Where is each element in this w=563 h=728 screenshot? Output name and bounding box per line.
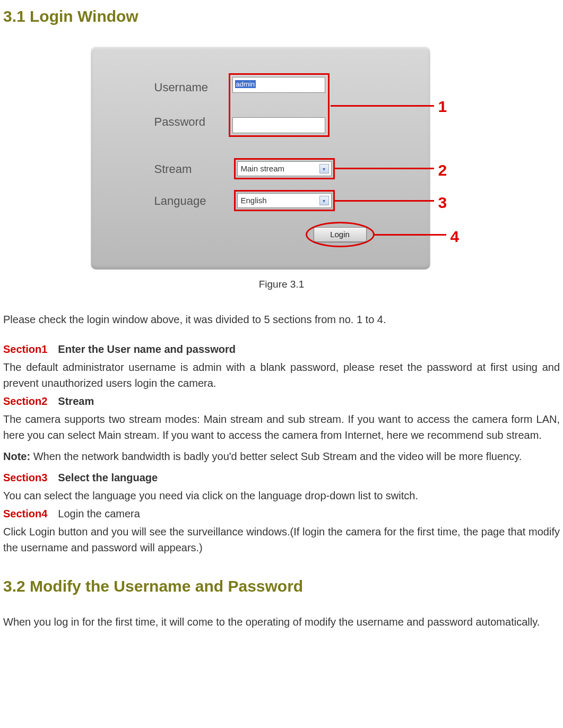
section2-label: Section2 bbox=[3, 395, 47, 407]
callout-line-1 bbox=[331, 105, 434, 107]
credentials-highlight-box: admin bbox=[229, 73, 330, 137]
section3-title: Select the language bbox=[58, 472, 158, 483]
section-heading-3-2: 3.2 Modify the Username and Password bbox=[3, 574, 560, 598]
section1-text: The default administrator username is ad… bbox=[3, 359, 560, 391]
note-row: Note: When the network bandwidth is badl… bbox=[3, 448, 560, 464]
section2-text: The camera supports two stream modes: Ma… bbox=[3, 411, 560, 443]
row-language: Language English ▾ bbox=[154, 190, 335, 211]
section-3-2-paragraph: When you log in for the first time, it w… bbox=[3, 614, 560, 630]
callout-line-4 bbox=[375, 234, 446, 236]
row-stream: Stream Main stream ▾ bbox=[154, 158, 335, 179]
note-text: When the network bandwidth is badly you'… bbox=[30, 450, 522, 462]
language-highlight-box: English ▾ bbox=[234, 190, 335, 211]
section4-text: Click Login button and you will see the … bbox=[3, 524, 560, 556]
label-language: Language bbox=[154, 192, 234, 210]
username-input-value: admin bbox=[235, 80, 256, 88]
section2-title: Stream bbox=[58, 395, 94, 407]
section1-label: Section1 bbox=[3, 343, 47, 355]
section1-heading: Section1Enter the User name and password bbox=[3, 341, 560, 357]
label-stream: Stream bbox=[154, 160, 234, 178]
section4-title: Login the camera bbox=[58, 508, 140, 519]
login-button[interactable]: Login bbox=[314, 227, 367, 242]
callout-number-2: 2 bbox=[438, 158, 447, 182]
row-username: Username bbox=[154, 79, 234, 96]
section4-heading: Section4Login the camera bbox=[3, 506, 560, 522]
intro-paragraph: Please check the login window above, it … bbox=[3, 311, 560, 327]
section3-heading: Section3Select the language bbox=[3, 470, 560, 486]
password-input[interactable] bbox=[232, 117, 325, 133]
login-panel: Username Password admin Stream Main stre… bbox=[91, 47, 430, 270]
callout-line-2 bbox=[335, 168, 434, 169]
username-input[interactable]: admin bbox=[232, 77, 325, 93]
section3-label: Section3 bbox=[3, 472, 47, 483]
language-select-value: English bbox=[241, 195, 267, 207]
section3-text: You can select the language you need via… bbox=[3, 488, 560, 504]
callout-line-3 bbox=[335, 200, 434, 202]
section4-label: Section4 bbox=[3, 508, 47, 519]
callout-number-1: 1 bbox=[438, 94, 447, 118]
stream-select[interactable]: Main stream ▾ bbox=[237, 161, 332, 176]
note-label: Note: bbox=[3, 450, 30, 462]
label-username: Username bbox=[154, 79, 234, 96]
language-select[interactable]: English ▾ bbox=[237, 193, 332, 208]
stream-highlight-box: Main stream ▾ bbox=[234, 158, 335, 179]
callout-number-4: 4 bbox=[451, 224, 460, 248]
login-highlight-ellipse: Login bbox=[306, 222, 375, 247]
row-password: Password bbox=[154, 113, 234, 131]
section2-heading: Section2Stream bbox=[3, 393, 560, 409]
section-heading-3-1: 3.1 Login Window bbox=[3, 4, 560, 28]
chevron-down-icon: ▾ bbox=[319, 196, 329, 205]
figure-3-1: Username Password admin Stream Main stre… bbox=[91, 47, 473, 270]
stream-select-value: Main stream bbox=[241, 163, 285, 175]
chevron-down-icon: ▾ bbox=[319, 164, 329, 174]
callout-number-3: 3 bbox=[438, 190, 447, 214]
section1-title: Enter the User name and password bbox=[58, 343, 236, 355]
figure-caption: Figure 3.1 bbox=[3, 277, 560, 292]
label-password: Password bbox=[154, 113, 234, 131]
